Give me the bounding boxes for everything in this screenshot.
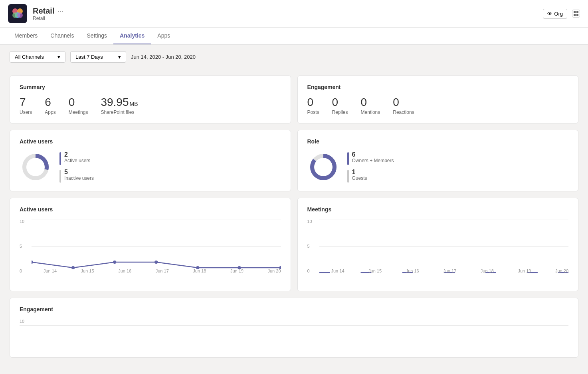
meetings-y-min: 0	[307, 269, 317, 273]
svg-point-4	[17, 12, 23, 18]
stat-reactions-label: Reactions	[393, 109, 414, 115]
legend-inactive: 5 Inactive users	[59, 169, 94, 183]
role-title: Role	[307, 138, 569, 145]
meetings-chart-card: Meetings 10 5 0	[297, 198, 579, 291]
tab-apps[interactable]: Apps	[151, 28, 176, 44]
engagement-gridline	[20, 325, 568, 326]
period-filter-dropdown[interactable]: Last 7 Days ▾	[70, 51, 126, 63]
engagement-chart-header: 10	[20, 319, 568, 324]
active-count: 2	[64, 151, 90, 158]
x-label-jun20: Jun 20	[267, 269, 281, 273]
active-users-donut-card: Active users 2 Active users	[10, 130, 291, 191]
stat-users: 7 Users	[20, 97, 32, 115]
grid-view-button[interactable]	[572, 10, 580, 18]
x-label-jun19: Jun 19	[230, 269, 244, 273]
legend-owners-details: 6 Owners + Members	[352, 151, 394, 163]
engagement-chart-partial	[20, 325, 568, 349]
engagement-chart-title: Engagement	[20, 306, 568, 312]
stat-apps-label: Apps	[45, 109, 55, 115]
stat-posts: 0 Posts	[307, 97, 319, 115]
summary-card: Summary 7 Users 6 Apps 0 Meetings 39.95	[10, 76, 291, 123]
stat-sharepoint: 39.95 MB SharePoint files	[101, 97, 138, 115]
stat-replies-label: Replies	[332, 109, 348, 115]
meetings-x-jun18: Jun 18	[481, 269, 494, 273]
svg-point-16	[154, 261, 158, 264]
svg-rect-5	[574, 11, 576, 13]
legend-inactive-details: 5 Inactive users	[64, 169, 94, 181]
meetings-bar-svg	[319, 219, 569, 273]
role-donut-section: 6 Owners + Members 1 Guests	[307, 151, 569, 183]
inactive-label: Inactive users	[64, 175, 94, 181]
stat-sharepoint-label: SharePoint files	[101, 109, 138, 115]
x-label-jun17: Jun 17	[156, 269, 169, 273]
x-label-jun15: Jun 15	[81, 269, 94, 273]
meetings-x-jun15: Jun 15	[368, 269, 382, 273]
inactive-count: 5	[64, 169, 94, 175]
active-users-donut-section: 2 Active users 5 Inactive users	[20, 151, 281, 183]
stat-reactions-value: 0	[393, 97, 414, 108]
channel-filter-dropdown[interactable]: All Channels ▾	[10, 51, 65, 63]
org-label: Org	[554, 11, 563, 17]
stat-meetings-value: 0	[69, 97, 88, 108]
owners-color-bar	[347, 152, 349, 165]
stat-users-label: Users	[20, 109, 32, 115]
stat-users-value: 7	[20, 97, 32, 108]
active-users-y-labels: 10 5 0	[20, 219, 29, 273]
legend-active: 2 Active users	[59, 151, 94, 165]
meetings-chart-title: Meetings	[307, 206, 569, 213]
engagement-y-max: 10	[20, 319, 24, 324]
date-range-display: Jun 14, 2020 - Jun 20, 2020	[131, 54, 196, 60]
role-legend: 6 Owners + Members 1 Guests	[347, 151, 394, 183]
engagement-summary-title: Engagement	[307, 84, 569, 90]
x-label-jun16: Jun 16	[118, 269, 131, 273]
tab-members[interactable]: Members	[8, 28, 44, 44]
org-button[interactable]: 👁 Org	[543, 9, 567, 19]
svg-point-13	[32, 261, 33, 264]
stat-replies-value: 0	[332, 97, 348, 108]
y-label-max: 10	[20, 219, 29, 224]
tab-channels[interactable]: Channels	[44, 28, 80, 44]
y-label-mid: 5	[20, 244, 29, 249]
meetings-y-max: 10	[307, 219, 317, 224]
meetings-y-mid: 5	[307, 244, 317, 249]
team-logo	[8, 4, 27, 23]
stat-mentions-label: Mentions	[361, 109, 380, 115]
eye-icon: 👁	[547, 11, 552, 17]
active-users-donut-title: Active users	[20, 138, 281, 145]
meetings-x-jun16: Jun 16	[406, 269, 419, 273]
guests-label: Guests	[352, 175, 367, 181]
filter-bar: All Channels ▾ Last 7 Days ▾ Jun 14, 202…	[0, 45, 588, 69]
active-users-chart-area: 10 5 0	[20, 219, 281, 283]
chevron-down-icon-2: ▾	[118, 54, 121, 60]
team-subtitle: Retail	[33, 16, 63, 21]
svg-rect-6	[576, 11, 578, 13]
app-header: Retail ··· Retail 👁 Org	[0, 0, 588, 28]
chevron-down-icon: ▾	[57, 54, 60, 60]
stat-mentions-value: 0	[361, 97, 380, 108]
more-options-dots[interactable]: ···	[57, 7, 63, 15]
svg-point-3	[12, 12, 18, 18]
stat-apps: 6 Apps	[45, 97, 55, 115]
engagement-summary-card: Engagement 0 Posts 0 Replies 0 Mentions …	[297, 76, 579, 123]
active-users-chart-card: Active users 10 5 0	[10, 198, 291, 291]
active-users-x-labels: Jun 14 Jun 15 Jun 16 Jun 17 Jun 18 Jun 1…	[44, 269, 281, 273]
meetings-chart-area: 10 5 0	[307, 219, 569, 283]
guests-count: 1	[352, 169, 367, 175]
stat-mentions: 0 Mentions	[361, 97, 380, 115]
summary-row: Summary 7 Users 6 Apps 0 Meetings 39.95	[10, 76, 578, 123]
role-card: Role 6 Owners + Members	[297, 130, 579, 191]
line-chart-svg	[32, 219, 281, 273]
role-donut-chart	[307, 151, 339, 183]
svg-rect-8	[576, 14, 578, 16]
meetings-x-jun17: Jun 17	[443, 269, 456, 273]
x-label-jun14: Jun 14	[44, 269, 57, 273]
svg-rect-7	[574, 14, 576, 16]
header-actions: 👁 Org	[543, 9, 580, 19]
tab-settings[interactable]: Settings	[81, 28, 114, 44]
tab-analytics[interactable]: Analytics	[113, 28, 151, 44]
active-color-bar	[59, 152, 61, 165]
nav-tabs: Members Channels Settings Analytics Apps	[0, 28, 588, 45]
stat-meetings: 0 Meetings	[69, 97, 88, 115]
legend-guests-details: 1 Guests	[352, 169, 367, 181]
active-label: Active users	[64, 158, 90, 163]
